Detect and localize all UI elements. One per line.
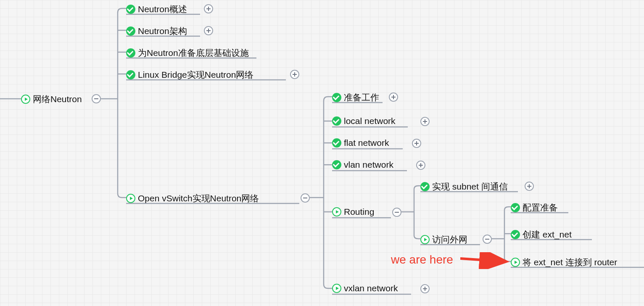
node-subnet-comm[interactable]: 实现 subnet 间通信 (420, 181, 508, 193)
node-label: local network (344, 116, 396, 126)
toggle-collapse[interactable] (392, 208, 401, 217)
check-icon (126, 5, 135, 14)
toggle-collapse[interactable] (301, 193, 310, 203)
node-label: Neutron概述 (138, 3, 187, 15)
node-label: vxlan network (344, 283, 398, 293)
toggle-expand[interactable] (204, 4, 213, 13)
toggle-expand[interactable] (420, 284, 430, 293)
toggle-expand[interactable] (412, 139, 421, 148)
check-icon (126, 26, 135, 36)
node-flat-network[interactable]: flat network (332, 138, 389, 148)
node-label: Routing (344, 207, 374, 217)
node-neutron-overview[interactable]: Neutron概述 (126, 3, 187, 15)
play-icon (332, 284, 341, 293)
arrow-icon (460, 252, 511, 269)
toggle-expand[interactable] (420, 117, 430, 126)
node-neutron-infra[interactable]: 为Neutron准备底层基础设施 (126, 47, 249, 59)
node-label: Linux Bridge实现Neutron网络 (138, 69, 253, 81)
node-label: 将 ext_net 连接到 router (523, 256, 617, 268)
node-linux-bridge[interactable]: Linux Bridge实现Neutron网络 (126, 69, 253, 81)
node-label: Neutron架构 (138, 25, 187, 37)
node-config-prep[interactable]: 配置准备 (511, 202, 558, 214)
play-icon (420, 235, 430, 244)
check-icon (332, 138, 341, 148)
node-label: 配置准备 (523, 202, 558, 214)
node-label: 网络Neutron (33, 93, 82, 105)
node-routing[interactable]: Routing (332, 207, 374, 217)
play-icon (332, 207, 341, 216)
check-icon (511, 203, 520, 212)
check-icon (420, 182, 430, 191)
node-prep[interactable]: 准备工作 (332, 92, 379, 103)
check-icon (332, 93, 341, 102)
node-label: flat network (344, 138, 389, 148)
node-neutron-arch[interactable]: Neutron架构 (126, 25, 187, 37)
toggle-expand[interactable] (204, 26, 213, 35)
node-label: 实现 subnet 间通信 (432, 181, 508, 193)
node-vlan-network[interactable]: vlan network (332, 160, 393, 170)
node-ovs[interactable]: Open vSwitch实现Neutron网络 (126, 193, 259, 204)
check-icon (332, 160, 341, 169)
toggle-collapse[interactable] (483, 235, 492, 244)
svg-line-21 (460, 259, 504, 261)
toggle-expand[interactable] (416, 161, 425, 170)
node-label: 准备工作 (344, 92, 379, 103)
node-local-network[interactable]: local network (332, 116, 396, 126)
check-icon (511, 230, 520, 239)
node-label: vlan network (344, 160, 393, 170)
node-label: 创建 ext_net (523, 229, 572, 240)
node-access-external[interactable]: 访问外网 (420, 234, 467, 245)
play-icon (21, 95, 30, 104)
toggle-collapse[interactable] (92, 94, 101, 103)
toggle-expand[interactable] (389, 92, 398, 102)
node-label: Open vSwitch实现Neutron网络 (138, 193, 259, 204)
node-label: 为Neutron准备底层基础设施 (138, 47, 249, 59)
node-vxlan-network[interactable]: vxlan network (332, 283, 398, 293)
node-label: 访问外网 (432, 234, 467, 245)
play-icon (511, 258, 520, 267)
node-root[interactable]: 网络Neutron (21, 93, 82, 105)
toggle-expand[interactable] (290, 70, 299, 79)
check-icon (126, 48, 135, 58)
play-icon (126, 194, 135, 203)
node-create-ext-net[interactable]: 创建 ext_net (511, 229, 572, 240)
check-icon (332, 116, 341, 126)
toggle-expand[interactable] (525, 182, 534, 191)
check-icon (126, 70, 135, 79)
node-connect-ext-net[interactable]: 将 ext_net 连接到 router (511, 256, 617, 268)
annotation-text: we are here (391, 253, 453, 266)
